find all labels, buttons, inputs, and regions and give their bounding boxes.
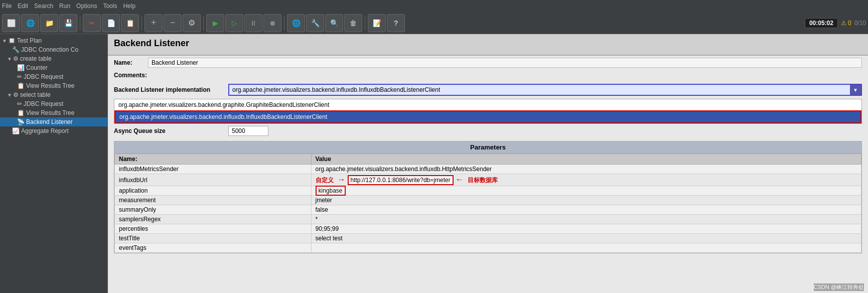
impl-dropdown-display[interactable]: org.apache.jmeter.visualizers.backend.in… <box>228 84 862 96</box>
remote-start-button[interactable]: 🌐 <box>287 14 305 32</box>
tree-item-label: JDBC Request <box>24 73 63 80</box>
start-no-pause-button[interactable]: ▷ <box>225 14 243 32</box>
param-name-cell: percentiles <box>115 224 312 234</box>
param-name-cell: influxdbMetricsSender <box>115 165 312 174</box>
tree-item-label: Counter <box>26 64 48 71</box>
copy-button[interactable]: 📄 <box>102 14 120 32</box>
tree-item-icon: 📋 <box>17 82 25 89</box>
arrow-left-icon: ← <box>456 175 464 184</box>
params-table: Name: Value influxdbMetricsSenderorg.apa… <box>114 154 861 253</box>
param-name-cell: testTitle <box>115 234 312 243</box>
main-container: ▼🔲Test Plan 🔧JDBC Connection Co ▼⚙create… <box>0 34 868 293</box>
toolbar-separator-4 <box>284 16 284 30</box>
toolbar: ⬜ 🌐 📁 💾 ✂ 📄 📋 + − ⚙ ▶ ▷ ⏸ ⏺ 🌐 🔧 🔍 🗑 📝 ? … <box>0 12 868 34</box>
tree-item-icon: ✏ <box>17 73 22 80</box>
help-button[interactable]: ? <box>387 14 405 32</box>
implementation-row: Backend Listener implementation org.apac… <box>108 81 868 99</box>
param-value-cell: kingbase <box>311 186 861 196</box>
cut-button[interactable]: ✂ <box>83 14 101 32</box>
menu-help[interactable]: Help <box>123 3 135 10</box>
menu-tools[interactable]: Tools <box>103 3 117 10</box>
tree-item-label: View Results Tree <box>26 82 75 89</box>
tree-item-label: JDBC Connection Co <box>21 46 78 53</box>
menu-run[interactable]: Run <box>59 3 70 10</box>
warning-icon: ⚠ <box>841 20 846 27</box>
table-row: eventTags <box>115 243 861 253</box>
tree-item-jdbc-conn[interactable]: 🔧JDBC Connection Co <box>0 45 107 54</box>
tree-arrow-icon: ▼ <box>2 38 7 44</box>
param-value-cell: * <box>311 215 861 224</box>
tree-item-jdbc-req1[interactable]: ✏JDBC Request <box>0 72 107 81</box>
table-row: influxdbUrl自定义→http://127.0.0.1:8086/wri… <box>115 174 861 186</box>
new-button[interactable]: ⬜ <box>2 14 20 32</box>
name-label: Name: <box>114 59 144 66</box>
menu-options[interactable]: Options <box>76 3 97 10</box>
tree-item-test-plan[interactable]: ▼🔲Test Plan <box>0 36 107 45</box>
async-input[interactable] <box>228 126 268 136</box>
right-panel: Backend Listener Name: Comments: Backend… <box>108 34 868 293</box>
name-input[interactable] <box>148 58 862 68</box>
dropdown-arrow-icon[interactable]: ▼ <box>850 85 861 95</box>
stop-button[interactable]: ⏸ <box>244 14 262 32</box>
toolbar-right: 00:05:02 ⚠ 0 0/10 <box>805 18 866 28</box>
tree-item-create-table[interactable]: ▼⚙create table <box>0 54 107 63</box>
tree-item-backend-listener[interactable]: 📡Backend Listener <box>0 117 107 126</box>
shutdown-button[interactable]: ⏺ <box>263 14 281 32</box>
clear-button[interactable]: 🗑 <box>344 14 362 32</box>
tree-item-icon: ⚙ <box>13 55 19 62</box>
menu-edit[interactable]: Edit <box>18 3 28 10</box>
search-icon-button[interactable]: 🔍 <box>325 14 343 32</box>
dropdown-option-0[interactable]: org.apache.jmeter.visualizers.backend.gr… <box>114 99 861 110</box>
start-button[interactable]: ▶ <box>206 14 224 32</box>
save-as-button[interactable]: 💾 <box>59 14 77 32</box>
paste-button[interactable]: 📋 <box>121 14 139 32</box>
menu-search[interactable]: Search <box>34 3 53 10</box>
dropdown-option-1[interactable]: org.apache.jmeter.visualizers.backend.in… <box>114 110 861 123</box>
open-button[interactable]: 🌐 <box>21 14 39 32</box>
toolbar-separator-1 <box>80 16 80 30</box>
name-row: Name: <box>108 56 868 70</box>
tree-indent <box>2 82 12 89</box>
tree-item-view-results2[interactable]: 📋View Results Tree <box>0 108 107 117</box>
tree-indent <box>2 46 7 53</box>
watermark: CSDN @峡江转奔处 <box>814 283 864 291</box>
params-section: Parameters Name: Value influxdbMetricsSe… <box>114 141 862 253</box>
config-button[interactable]: ⚙ <box>183 14 201 32</box>
menu-file[interactable]: File <box>2 3 12 10</box>
tree-item-icon: 📈 <box>12 127 20 134</box>
tree-item-label: create table <box>20 55 52 62</box>
log-button[interactable]: 📝 <box>368 14 386 32</box>
tree-item-select-table[interactable]: ▼⚙select table <box>0 90 107 99</box>
table-row: testTitleselect test <box>115 234 861 243</box>
arrow-right-icon: → <box>338 175 346 184</box>
panel-title: Backend Listener <box>114 38 862 49</box>
tree-item-icon: 🔧 <box>12 46 20 53</box>
tree-item-icon: 🔲 <box>8 37 16 44</box>
tree-item-aggregate-report[interactable]: 📈Aggregate Report <box>0 126 107 135</box>
tree-indent <box>2 73 12 80</box>
tree-item-label: Test Plan <box>17 37 42 44</box>
tree-item-jdbc-req2[interactable]: ✏JDBC Request <box>0 99 107 108</box>
tree-item-label: Aggregate Report <box>21 127 69 134</box>
param-name-cell: measurement <box>115 196 312 205</box>
param-name-cell: influxdbUrl <box>115 174 312 186</box>
remote-stop-button[interactable]: 🔧 <box>306 14 324 32</box>
left-panel: ▼🔲Test Plan 🔧JDBC Connection Co ▼⚙create… <box>0 34 108 293</box>
param-name-cell: application <box>115 186 312 196</box>
tree-item-label: select table <box>20 91 51 98</box>
table-row: percentiles90;95;99 <box>115 224 861 234</box>
remove-button[interactable]: − <box>164 14 182 32</box>
tree-item-counter[interactable]: 📊Counter <box>0 63 107 72</box>
param-name-cell: summaryOnly <box>115 205 312 215</box>
panel-header: Backend Listener <box>108 34 868 56</box>
error-ratio: 0/10 <box>854 20 866 27</box>
add-button[interactable]: + <box>144 14 163 32</box>
tree-indent <box>2 118 12 125</box>
tree-item-label: View Results Tree <box>26 109 75 116</box>
table-row: samplersRegex* <box>115 215 861 224</box>
tree-item-view-results1[interactable]: 📋View Results Tree <box>0 81 107 90</box>
save-button[interactable]: 📁 <box>40 14 58 32</box>
col-value-header: Value <box>311 154 861 165</box>
timer-display: 00:05:02 <box>805 18 838 28</box>
tree-item-icon: ✏ <box>17 100 22 107</box>
